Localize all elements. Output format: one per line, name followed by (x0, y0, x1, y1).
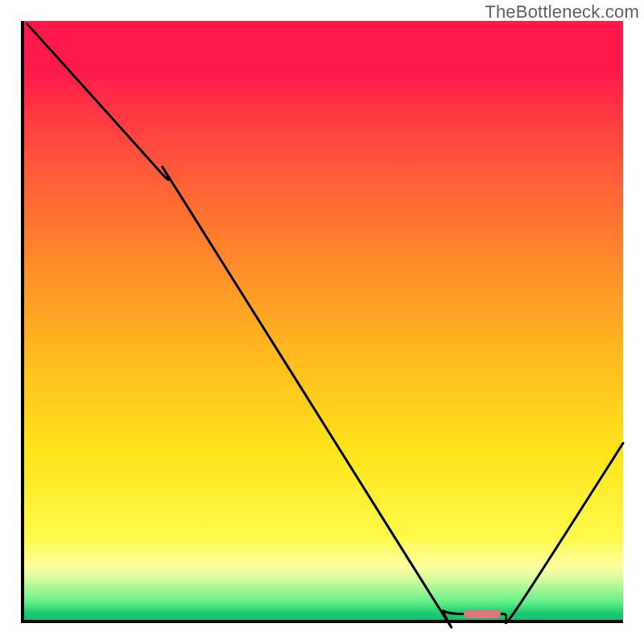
plot-frame (21, 21, 623, 623)
bottleneck-curve (24, 21, 623, 620)
chart-canvas: TheBottleneck.com (0, 0, 644, 644)
watermark-text: TheBottleneck.com (485, 2, 639, 23)
bottleneck-curve-path (27, 24, 623, 628)
optimal-region-marker (464, 609, 501, 619)
